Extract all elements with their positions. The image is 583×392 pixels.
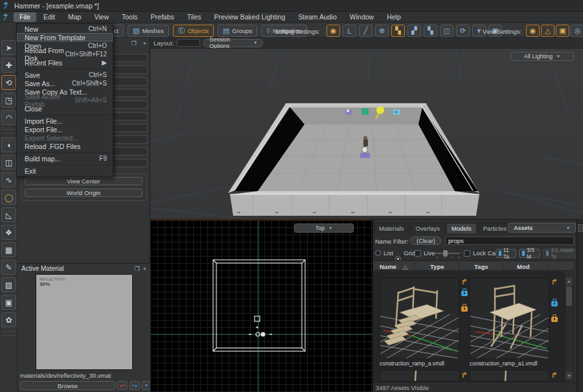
tool-button[interactable]: ∿ bbox=[1, 172, 16, 187]
editing-setting-button[interactable]: L bbox=[343, 25, 356, 37]
tool-button[interactable]: ◳ bbox=[1, 93, 16, 108]
editing-setting-button[interactable]: ▞ bbox=[407, 25, 421, 37]
view-setting-button[interactable]: ◎ bbox=[571, 25, 583, 37]
file-menu-item[interactable]: New From Template bbox=[17, 33, 113, 41]
tool-button[interactable]: ⟲ bbox=[1, 75, 16, 90]
file-menu-item[interactable]: Reload From Disk Ctrl+Shift+F12 bbox=[17, 50, 113, 58]
float-panel-icon[interactable]: ❐ bbox=[131, 40, 137, 47]
lock-cam-checkbox[interactable] bbox=[464, 250, 470, 257]
close-panel-icon[interactable]: × bbox=[143, 266, 146, 272]
scroll-up-button[interactable]: ▴ bbox=[566, 277, 573, 285]
tag-filter-button[interactable]: 11 Ta bbox=[496, 249, 516, 258]
tool-button[interactable]: ❖ bbox=[1, 225, 16, 240]
scrollbar-thumb[interactable] bbox=[566, 286, 572, 306]
collapsed-dock-strip[interactable] bbox=[577, 219, 583, 392]
file-menu-item[interactable]: Export Selected... bbox=[17, 133, 113, 142]
sort-ascending-icon[interactable]: △ bbox=[403, 263, 407, 270]
assets-dropdown[interactable]: Assets ▼ bbox=[508, 223, 576, 233]
layout-input[interactable] bbox=[177, 39, 200, 47]
file-menu-item[interactable]: New Ctrl+N bbox=[17, 25, 113, 33]
push-material-button[interactable]: ↪ bbox=[130, 381, 140, 390]
editing-setting-button[interactable]: ╱ bbox=[359, 25, 372, 37]
asset-tab[interactable]: Models bbox=[446, 223, 477, 233]
file-menu-item[interactable]: Import File... bbox=[17, 117, 113, 125]
menubar-item[interactable]: Map bbox=[62, 12, 87, 22]
column-header[interactable]: Name bbox=[380, 263, 396, 270]
tool-button[interactable]: ➤ bbox=[1, 40, 16, 55]
world-origin-button[interactable]: World Origin bbox=[25, 189, 143, 197]
tool-button[interactable]: ✎ bbox=[1, 260, 16, 275]
menubar-item[interactable]: Tools bbox=[116, 12, 144, 22]
elbow-arrow-icon[interactable]: ↱ bbox=[551, 278, 558, 286]
thumb-size-slider[interactable] bbox=[435, 253, 460, 254]
file-menu-item[interactable]: Save As... Ctrl+Shift+S bbox=[17, 79, 113, 87]
editing-setting-button[interactable]: ⊕ bbox=[375, 25, 389, 37]
session-options-dropdown[interactable]: Session Options ▼ bbox=[203, 39, 263, 47]
asset-tab[interactable]: Materials bbox=[374, 223, 409, 233]
elbow-arrow-icon[interactable]: ↱ bbox=[461, 371, 468, 379]
browse-material-button[interactable]: Browse bbox=[20, 381, 115, 390]
lock-icon[interactable] bbox=[551, 317, 558, 322]
menubar-item[interactable]: View bbox=[88, 12, 115, 22]
file-menu-item[interactable]: Save Ctrl+S bbox=[17, 71, 113, 79]
asset-tile[interactable] bbox=[470, 278, 549, 359]
tool-button[interactable]: ◠ bbox=[1, 110, 16, 125]
view-setting-button[interactable]: ▣ bbox=[556, 25, 569, 37]
asset-scrollbar[interactable]: ▴ ▾ bbox=[565, 277, 573, 380]
view-setting-button[interactable]: ◉ bbox=[526, 25, 540, 37]
column-header[interactable]: Tags bbox=[474, 263, 488, 270]
tool-button[interactable]: ▦ bbox=[1, 242, 16, 257]
view-setting-button[interactable]: △ bbox=[541, 25, 554, 37]
editing-setting-button[interactable]: ◉ bbox=[326, 25, 340, 37]
column-header[interactable]: Type bbox=[430, 263, 444, 270]
tool-button[interactable]: ◖ bbox=[1, 137, 16, 152]
close-panel-icon[interactable]: × bbox=[143, 40, 146, 47]
editing-setting-button[interactable]: ▚ bbox=[391, 25, 405, 37]
file-menu-item[interactable]: Exit bbox=[17, 167, 113, 175]
title-bar[interactable]: Hammer - [example.vmap *] bbox=[0, 0, 583, 12]
asset-tile-label[interactable]: construction_ramp_a.vmdl bbox=[380, 360, 444, 367]
list-radio[interactable] bbox=[375, 250, 381, 256]
pull-material-button[interactable]: ↩ bbox=[117, 381, 128, 390]
viewport-2d-top[interactable]: Top ▼ bbox=[150, 219, 372, 392]
elbow-arrow-icon[interactable]: ↱ bbox=[551, 371, 558, 379]
lock-icon[interactable] bbox=[461, 306, 468, 312]
tool-button[interactable]: ▣ bbox=[1, 295, 16, 310]
tag-filter-button[interactable]: 3/3 M bbox=[519, 249, 540, 258]
elbow-arrow-icon[interactable]: ↱ bbox=[461, 278, 468, 286]
tool-button[interactable] bbox=[1, 331, 16, 336]
menubar-item[interactable]: File bbox=[14, 12, 36, 22]
file-menu-item[interactable]: Build map... F9 bbox=[17, 154, 113, 163]
file-menu-item[interactable]: Save Active Prefab Shift+Alt+S bbox=[17, 96, 113, 104]
file-menu-item[interactable]: Export File... bbox=[17, 125, 113, 133]
float-panel-icon[interactable]: ❐ bbox=[135, 266, 140, 272]
filter-input[interactable] bbox=[445, 236, 574, 245]
tool-button[interactable] bbox=[1, 129, 16, 133]
material-preview[interactable]: REFLECTIVITY 30% bbox=[36, 274, 133, 370]
menubar-item[interactable]: Prefabs bbox=[145, 12, 180, 22]
toolbar-mode-button[interactable]: Ⓔ Objects bbox=[173, 25, 214, 37]
toolbar-mode-button[interactable]: ▧ Meshes bbox=[128, 25, 169, 37]
view-center-button[interactable]: View Center bbox=[25, 177, 143, 185]
lighting-mode-dropdown[interactable]: All Lighting ▼ bbox=[510, 52, 574, 61]
scroll-down-button[interactable]: ▾ bbox=[566, 372, 573, 380]
viewport2d-view-dropdown[interactable]: Top ▼ bbox=[294, 224, 354, 233]
asset-tab[interactable]: Overlays bbox=[411, 223, 445, 233]
collapsed-tab[interactable] bbox=[578, 224, 583, 232]
asset-tile-label[interactable]: construction_ramp_a1.vmdl bbox=[470, 360, 537, 367]
tool-button[interactable]: ◯ bbox=[1, 190, 16, 205]
tool-button[interactable]: ◫ bbox=[1, 155, 16, 170]
file-menu-item[interactable]: Reload .FGD Files bbox=[17, 142, 113, 150]
editing-setting-button[interactable]: ⟳ bbox=[456, 25, 470, 37]
column-header[interactable]: Mod bbox=[517, 263, 530, 270]
menubar-item[interactable]: Steam Audio bbox=[292, 12, 343, 22]
asset-tile-partial[interactable] bbox=[470, 370, 549, 382]
lock-icon[interactable] bbox=[551, 301, 558, 306]
asset-tile[interactable] bbox=[380, 278, 459, 359]
live-checkbox[interactable] bbox=[415, 250, 421, 257]
tool-button[interactable]: ▨ bbox=[1, 277, 16, 292]
asset-tile-partial[interactable] bbox=[380, 370, 459, 382]
menubar-item[interactable]: Preview Baked Lighting bbox=[209, 12, 292, 22]
menubar-item[interactable]: Window bbox=[344, 12, 380, 22]
tool-button[interactable]: ✿ bbox=[1, 312, 16, 327]
